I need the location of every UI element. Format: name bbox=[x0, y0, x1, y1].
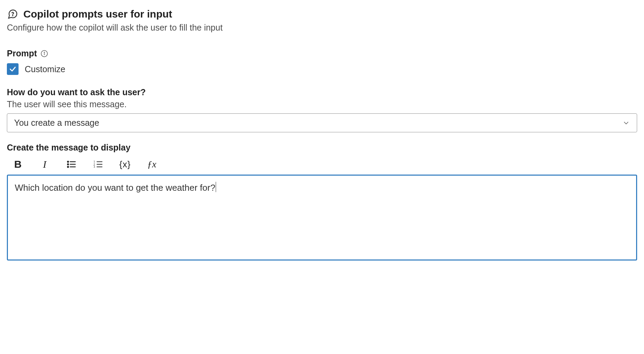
ask-mode-dropdown-value: You create a message bbox=[14, 118, 99, 128]
ask-mode-dropdown[interactable]: You create a message bbox=[7, 113, 637, 132]
svg-point-6 bbox=[67, 166, 68, 167]
prompt-label: Prompt bbox=[7, 48, 37, 58]
svg-point-3 bbox=[44, 52, 44, 52]
bullet-list-button[interactable] bbox=[65, 158, 78, 170]
chat-question-icon bbox=[7, 8, 19, 20]
svg-point-5 bbox=[67, 164, 68, 165]
info-icon[interactable] bbox=[41, 50, 48, 57]
insert-formula-button[interactable]: ƒx bbox=[146, 158, 158, 170]
prompt-label-row: Prompt bbox=[7, 48, 48, 58]
editor-toolbar: B I 1 2 3 {x} ƒx bbox=[12, 158, 637, 170]
customize-checkbox-label: Customize bbox=[25, 64, 65, 74]
page-title: Copilot prompts user for input bbox=[23, 8, 172, 20]
insert-variable-button[interactable]: {x} bbox=[119, 158, 131, 170]
ask-mode-sub: The user will see this message. bbox=[7, 99, 637, 109]
message-editor-content: Which location do you want to get the we… bbox=[15, 182, 215, 193]
page-subtitle: Configure how the copilot will ask the u… bbox=[7, 23, 637, 33]
message-editor[interactable]: Which location do you want to get the we… bbox=[7, 175, 637, 261]
svg-text:3: 3 bbox=[93, 165, 95, 168]
chevron-down-icon bbox=[622, 119, 630, 127]
create-message-heading: Create the message to display bbox=[7, 143, 637, 153]
svg-point-4 bbox=[67, 161, 68, 162]
svg-point-0 bbox=[12, 15, 13, 16]
numbered-list-button[interactable]: 1 2 3 bbox=[92, 158, 104, 170]
italic-button[interactable]: I bbox=[38, 158, 51, 170]
ask-mode-heading: How do you want to ask the user? bbox=[7, 87, 637, 97]
text-cursor bbox=[216, 182, 216, 192]
bold-button[interactable]: B bbox=[12, 158, 24, 170]
customize-checkbox[interactable] bbox=[7, 63, 19, 75]
